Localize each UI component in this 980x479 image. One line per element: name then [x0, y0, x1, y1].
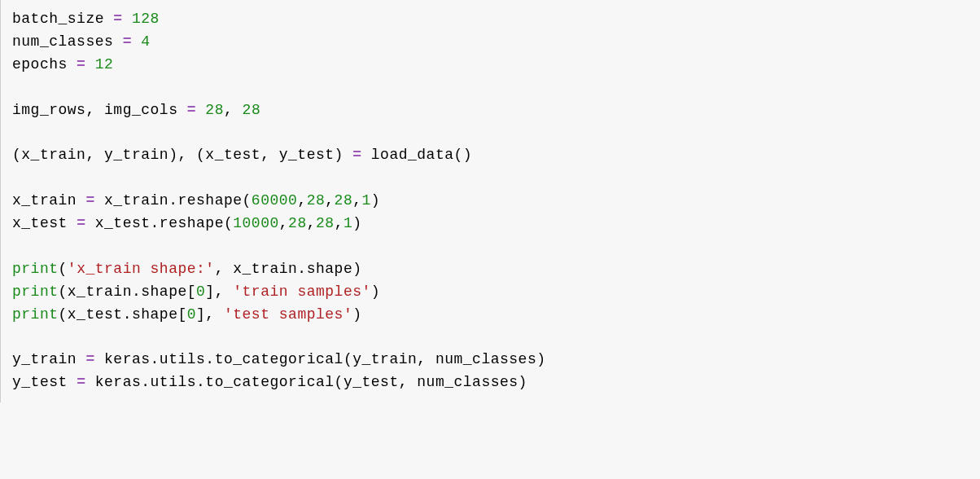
- ident-y-test: y_test: [12, 374, 77, 390]
- comma: ,: [335, 215, 343, 231]
- print-arg: (x_test.shape[: [59, 306, 187, 323]
- ident-x-test: x_test: [12, 215, 77, 231]
- code-block: batch_size = 128 num_classes = 4 epochs …: [12, 8, 969, 394]
- call-load-data: load_data(): [371, 147, 472, 163]
- op-assign: =: [113, 33, 141, 50]
- paren-close: ): [371, 192, 380, 209]
- print-arg: (x_train.shape[: [59, 283, 197, 300]
- paren-open: (: [59, 261, 68, 277]
- num-28: 28: [205, 102, 224, 118]
- comma: ,: [85, 102, 104, 118]
- print-arg: ],: [196, 306, 224, 323]
- print-rest: , x_train.shape): [215, 261, 362, 277]
- num-12: 12: [95, 56, 114, 73]
- num-4: 4: [141, 33, 150, 50]
- op-assign: =: [68, 56, 95, 73]
- call-to-categorical: keras.utils.to_categorical(y_test, num_c…: [95, 374, 527, 390]
- print-arg: ],: [205, 283, 233, 300]
- ident-y-train: y_train: [12, 351, 85, 367]
- op-assign: =: [77, 215, 95, 231]
- op-assign: =: [104, 11, 132, 27]
- ident-img-rows: img_rows: [12, 102, 85, 118]
- paren-close: ): [352, 306, 361, 323]
- op-assign: =: [85, 351, 104, 367]
- op-assign: =: [177, 102, 205, 118]
- ident-batch-size: batch_size: [12, 11, 104, 27]
- paren-close: ): [371, 283, 380, 300]
- num-60000: 60000: [252, 192, 298, 209]
- str-xtrain-shape: 'x_train shape:': [68, 261, 215, 277]
- func-print: print: [12, 283, 59, 300]
- str-test-samples: 'test samples': [224, 306, 352, 323]
- ident-num-classes: num_classes: [12, 33, 113, 50]
- tuple-unpack: (x_train, y_train), (x_test, y_test): [12, 147, 352, 163]
- num-1: 1: [362, 192, 371, 209]
- num-28: 28: [316, 215, 335, 231]
- ident-epochs: epochs: [12, 56, 68, 73]
- num-0: 0: [196, 283, 205, 300]
- func-print: print: [12, 261, 59, 277]
- num-1: 1: [343, 215, 352, 231]
- op-assign: =: [352, 147, 371, 163]
- op-assign: =: [85, 192, 104, 209]
- ident-x-train: x_train: [12, 192, 85, 209]
- comma: ,: [297, 192, 306, 209]
- num-28: 28: [307, 192, 326, 209]
- num-28: 28: [243, 102, 261, 118]
- num-128: 128: [132, 11, 160, 27]
- str-train-samples: 'train samples': [233, 283, 371, 300]
- func-print: print: [12, 306, 59, 323]
- comma: ,: [352, 192, 361, 209]
- comma: ,: [279, 215, 288, 231]
- comma: ,: [224, 102, 243, 118]
- call-reshape: x_train.reshape(: [104, 192, 252, 209]
- call-to-categorical: keras.utils.to_categorical(y_train, num_…: [104, 351, 545, 367]
- paren-close: ): [352, 215, 361, 231]
- ident-img-cols: img_cols: [104, 102, 177, 118]
- num-10000: 10000: [233, 215, 279, 231]
- num-28: 28: [335, 192, 353, 209]
- num-0: 0: [187, 306, 196, 323]
- op-assign: =: [77, 374, 95, 390]
- call-reshape: x_test.reshape(: [95, 215, 234, 231]
- comma: ,: [307, 215, 316, 231]
- num-28: 28: [288, 215, 307, 231]
- comma: ,: [325, 192, 334, 209]
